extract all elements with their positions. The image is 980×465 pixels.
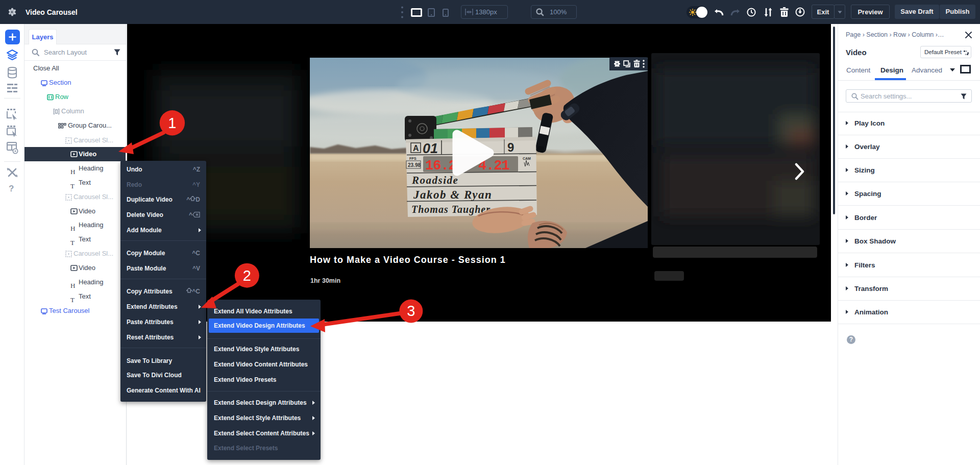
svg-text:01: 01 [423,141,438,156]
svg-text:23.98: 23.98 [408,162,421,168]
svg-text:A: A [413,144,419,153]
svg-text:FPS: FPS [409,157,416,160]
svg-text:Jakob & Ryan: Jakob & Ryan [413,188,492,201]
svg-text:9: 9 [507,140,514,154]
svg-text:Thomas Taugher: Thomas Taugher [411,204,491,215]
svg-text:Roadside: Roadside [411,174,458,186]
svg-text:CAM: CAM [523,157,531,160]
svg-text:16.2: 16.2 [425,158,456,174]
